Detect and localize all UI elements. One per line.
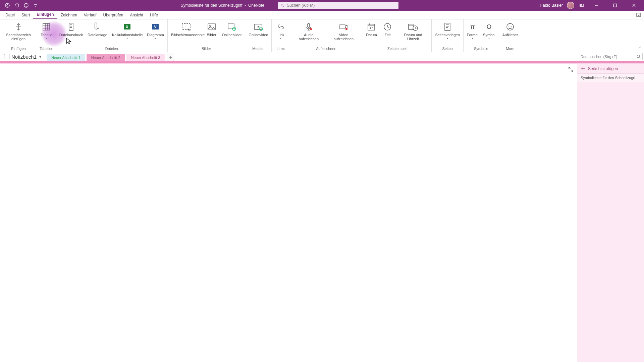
- svg-point-36: [508, 26, 509, 26]
- table-button[interactable]: Tabelle: [39, 21, 54, 41]
- ribbon: Schreibbereich einfügen Einfügen Tabelle…: [0, 19, 644, 52]
- group-label: Medien: [247, 47, 270, 51]
- collapse-ribbon-icon[interactable]: ⌃: [639, 46, 642, 51]
- symbol-button[interactable]: Ω Symbol: [481, 21, 497, 41]
- section-tab-3[interactable]: Neuer Abschnitt 3: [126, 54, 165, 61]
- group-label: Links: [273, 47, 288, 51]
- svg-rect-25: [340, 25, 345, 29]
- maximize-button[interactable]: [608, 0, 623, 11]
- chevron-down-icon: ▼: [39, 55, 42, 59]
- page-list-item[interactable]: Symbolleiste für den Schnellzugri: [577, 73, 644, 82]
- tab-ueberpruefen[interactable]: Überprüfen: [100, 11, 126, 19]
- svg-text:V: V: [154, 25, 157, 29]
- title-bar: Symbolleiste für den Schnellzugriff - On…: [0, 0, 644, 11]
- svg-point-1: [24, 3, 28, 7]
- page-search-input[interactable]: [581, 55, 636, 59]
- tab-zeichnen[interactable]: Zeichnen: [57, 11, 80, 19]
- tab-hilfe[interactable]: Hilfe: [147, 11, 161, 19]
- undo-icon[interactable]: [13, 2, 20, 9]
- svg-text:17: 17: [370, 26, 373, 29]
- tab-start[interactable]: Start: [18, 11, 33, 19]
- svg-point-4: [281, 4, 283, 6]
- svg-point-37: [511, 26, 512, 26]
- diagram-button[interactable]: V Diagramm: [145, 21, 166, 41]
- svg-rect-15: [182, 23, 190, 29]
- notebook-name: Notizbuch1: [11, 54, 37, 60]
- section-tab-2[interactable]: Neuer Abschnitt 2: [87, 54, 125, 61]
- plus-icon: [581, 66, 585, 71]
- page-canvas[interactable]: [0, 64, 577, 362]
- add-page-button[interactable]: Seite hinzufügen: [577, 64, 644, 73]
- time-button[interactable]: Zeit: [380, 21, 395, 38]
- ribbon-display-options-icon[interactable]: [636, 12, 641, 18]
- qat-customize-icon[interactable]: [32, 2, 39, 9]
- add-page-label: Seite hinzufügen: [588, 66, 618, 71]
- svg-point-0: [5, 3, 9, 7]
- add-section-button[interactable]: +: [167, 54, 174, 61]
- svg-text:Ω: Ω: [487, 23, 492, 31]
- ribbon-tabs: Datei Start Einfügen Zeichnen Verlauf Üb…: [0, 11, 644, 19]
- file-printout-button[interactable]: Dateiausdruck: [57, 21, 85, 38]
- tab-datei[interactable]: Datei: [2, 11, 18, 19]
- pictures-button[interactable]: Bilder: [204, 21, 219, 38]
- tab-verlauf[interactable]: Verlauf: [80, 11, 100, 19]
- emoji-icon[interactable]: [23, 2, 30, 9]
- spreadsheet-button[interactable]: X Kalkulationstabelle: [110, 21, 144, 41]
- tab-ansicht[interactable]: Ansicht: [126, 11, 146, 19]
- title-text: Symbolleiste für den Schnellzugriff - On…: [181, 3, 264, 8]
- svg-rect-23: [308, 23, 310, 27]
- page-templates-button[interactable]: Seitenvorlagen: [433, 21, 462, 41]
- group-label: Zeitstempel: [364, 47, 430, 51]
- main-area: Seite hinzufügen Symbolleiste für den Sc…: [0, 64, 644, 362]
- group-label: Aufzeichnen: [291, 47, 361, 51]
- record-video-button[interactable]: Video aufzeichnen: [326, 21, 361, 42]
- svg-text:π: π: [470, 23, 475, 31]
- svg-point-2: [25, 5, 26, 5]
- minimize-button[interactable]: [589, 0, 604, 11]
- svg-rect-10: [69, 23, 73, 31]
- close-button[interactable]: [627, 0, 641, 11]
- notebook-picker[interactable]: Notizbuch1 ▼: [3, 53, 45, 60]
- file-attachment-button[interactable]: Dateianlage: [86, 21, 109, 38]
- window-present-icon[interactable]: [578, 2, 585, 9]
- sections-row: Notizbuch1 ▼ Neuer Abschnitt 1 Neuer Abs…: [0, 52, 644, 61]
- insert-space-button[interactable]: Schreibbereich einfügen: [1, 21, 36, 42]
- equation-button[interactable]: π Formel: [465, 21, 480, 41]
- svg-rect-9: [43, 23, 50, 30]
- date-time-button[interactable]: Datum und Uhrzeit: [396, 21, 430, 42]
- svg-rect-32: [445, 23, 450, 31]
- svg-point-26: [345, 28, 347, 30]
- group-label: Dateien: [57, 47, 166, 51]
- avatar[interactable]: [567, 2, 574, 9]
- search-icon: [280, 3, 284, 7]
- group-label: More: [500, 47, 520, 51]
- screen-clipping-button[interactable]: Bildschirmausschnitt: [169, 21, 203, 38]
- date-button[interactable]: 17 Datum: [364, 21, 379, 38]
- page-search[interactable]: [579, 53, 643, 60]
- stickers-button[interactable]: Aufkleber: [500, 21, 520, 38]
- online-video-button[interactable]: Onlinevideo: [247, 21, 270, 38]
- svg-rect-6: [581, 4, 582, 6]
- section-tab-1[interactable]: Neuer Abschnitt 1: [47, 54, 85, 61]
- group-label: Seiten: [433, 47, 462, 51]
- tab-einfuegen[interactable]: Einfügen: [33, 11, 57, 19]
- group-label: Bilder: [169, 47, 244, 51]
- notebook-icon: [4, 54, 9, 59]
- page-list-panel: Seite hinzufügen Symbolleiste für den Sc…: [577, 64, 644, 362]
- search-icon: [636, 54, 641, 59]
- svg-point-24: [310, 28, 312, 30]
- user-name: Fabio Basler: [540, 3, 563, 8]
- back-icon[interactable]: [4, 2, 11, 9]
- quick-access-toolbar: [0, 2, 39, 9]
- svg-rect-19: [228, 24, 234, 29]
- record-audio-button[interactable]: Audio aufzeichnen: [291, 21, 326, 42]
- expand-page-icon[interactable]: [568, 67, 574, 73]
- group-label: Einfügen: [1, 47, 36, 51]
- online-pictures-button[interactable]: Onlinebilder: [220, 21, 244, 38]
- search-input[interactable]: [287, 3, 396, 8]
- svg-rect-17: [208, 24, 215, 30]
- group-label: Symbole: [465, 47, 497, 51]
- link-button[interactable]: Link: [273, 21, 288, 41]
- search-box[interactable]: [278, 2, 398, 9]
- svg-text:X: X: [126, 25, 128, 29]
